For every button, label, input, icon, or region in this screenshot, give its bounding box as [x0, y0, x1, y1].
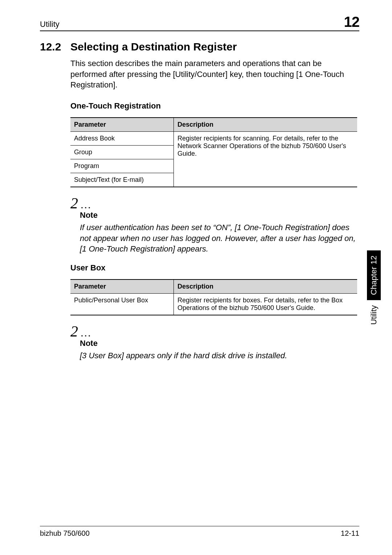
section-heading: 12.2 Selecting a Destination Register — [40, 41, 359, 53]
running-head-chapter-number: 12 — [344, 15, 360, 29]
table-header-parameter: Parameter — [70, 279, 173, 294]
page-footer: bizhub 750/600 12-11 — [40, 526, 359, 538]
note-icon: 2… — [70, 195, 359, 212]
table-cell-parameter: Group — [70, 146, 173, 159]
intro-paragraph: This section describes the main paramete… — [70, 58, 357, 90]
side-tab-chapter: Chapter 12 — [367, 250, 381, 300]
one-touch-table: Parameter Description Address Book Regis… — [70, 117, 357, 187]
footer-page-number: 12-11 — [341, 529, 359, 538]
table-header-parameter: Parameter — [70, 118, 173, 132]
side-tab-section: Utility — [367, 300, 381, 330]
page-header: Utility 12 — [40, 15, 359, 31]
note-text: [3 User Box] appears only if the hard di… — [80, 350, 357, 361]
document-page: Utility 12 12.2 Selecting a Destination … — [0, 0, 392, 555]
user-box-table: Parameter Description Public/Personal Us… — [70, 279, 357, 315]
note-icon: 2… — [70, 323, 359, 340]
section-number: 12.2 — [40, 41, 70, 53]
running-head-left: Utility — [40, 20, 60, 29]
table-header-description: Description — [173, 279, 357, 294]
note-block-1: 2… Note If user authentication has been … — [40, 195, 359, 254]
subheading-one-touch: One-Touch Registration — [70, 101, 357, 111]
table-cell-parameter: Subject/Text (for E-mail) — [70, 173, 173, 187]
side-tab: Chapter 12 Utility — [366, 250, 382, 374]
footer-model: bizhub 750/600 — [40, 529, 90, 538]
table-header-description: Description — [173, 118, 357, 132]
note-label: Note — [80, 211, 359, 220]
table-cell-description: Register recipients for scanning. For de… — [173, 132, 357, 187]
table-cell-parameter: Address Book — [70, 132, 173, 146]
note-label: Note — [80, 339, 359, 348]
table-cell-parameter: Program — [70, 159, 173, 173]
table-cell-parameter: Public/Personal User Box — [70, 294, 173, 315]
note-text: If user authentication has been set to “… — [80, 222, 357, 254]
section-title: Selecting a Destination Register — [70, 41, 237, 53]
note-block-2: 2… Note [3 User Box] appears only if the… — [40, 323, 359, 361]
subheading-user-box: User Box — [70, 263, 357, 273]
table-cell-description: Register recipients for boxes. For detai… — [173, 294, 357, 315]
